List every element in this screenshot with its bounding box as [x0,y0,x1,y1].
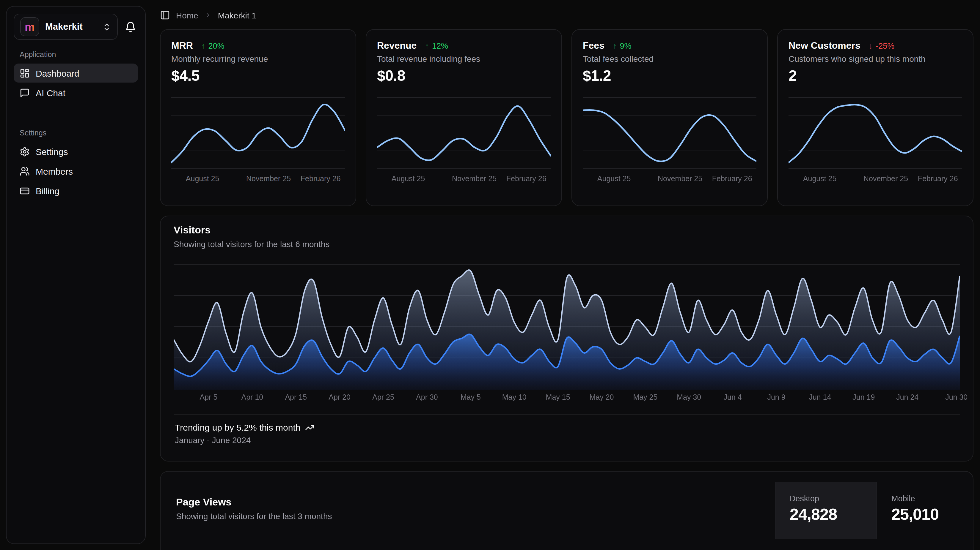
visitors-title: Visitors [173,225,960,236]
stat-description: Customers who signed up this month [789,54,962,63]
customers-sparkline-chart [789,97,962,169]
org-switcher[interactable]: m Makerkit [14,14,118,40]
stat-card-mrr: MRR ↑ 20% Monthly recurring revenue $4.5… [160,29,356,206]
axis-label: February 26 [918,174,958,183]
message-square-icon [20,87,30,98]
sidebar-item-label: Members [36,166,73,176]
toggle-label: Mobile [891,494,972,503]
axis-label: May 15 [546,393,570,401]
axis-label: Jun 24 [896,393,918,401]
axis-label: February 26 [506,174,546,183]
axis-label: November 25 [864,174,908,183]
sidebar-item-label: Dashboard [36,68,80,78]
axis-label: May 25 [633,393,657,401]
dashboard-grid-icon [20,68,30,78]
users-icon [20,166,30,176]
axis-label: May 20 [590,393,614,401]
visitors-area-chart [173,264,960,390]
chevron-right-icon [204,11,212,19]
visitors-trend-text: Trending up by 5.2% this month [175,422,300,433]
stat-card-new-customers: New Customers ↓ -25% Customers who signe… [777,29,974,206]
stat-value: $1.2 [583,67,756,84]
toggle-mobile[interactable]: Mobile 25,010 [877,482,972,539]
axis-label: Apr 5 [200,393,218,401]
trend-badge-value: -25% [876,41,894,51]
breadcrumb-home-link[interactable]: Home [176,10,198,20]
stats-row: MRR ↑ 20% Monthly recurring revenue $4.5… [160,29,974,206]
sidebar-section-settings: Settings [14,129,138,137]
axis-label: November 25 [658,174,702,183]
trend-up-arrow-icon: ↑ [613,41,617,51]
axis-label: February 26 [712,174,752,183]
stat-description: Total revenue including fees [377,54,550,63]
gear-icon [20,146,30,157]
sidebar-item-members[interactable]: Members [14,162,138,181]
breadcrumb-current: Makerkit 1 [218,10,256,20]
notifications-button[interactable] [123,19,138,35]
trend-up-arrow-icon: ↑ [425,41,429,51]
sidebar-item-settings[interactable]: Settings [14,142,138,161]
visitors-subtitle: Showing total visitors for the last 6 mo… [173,239,960,249]
axis-label: November 25 [246,174,291,183]
trend-down-arrow-icon: ↓ [869,41,873,51]
axis-label: November 25 [452,174,496,183]
toggle-label: Desktop [790,494,877,503]
toggle-desktop[interactable]: Desktop 24,828 [775,482,877,539]
customers-axis-labels: August 25November 25February 26 [789,174,962,185]
trend-badge: ↓ -25% [869,41,895,51]
sidebar-item-billing[interactable]: Billing [14,181,138,200]
stat-title: New Customers [789,40,861,51]
axis-label: August 25 [391,174,425,183]
stat-head: New Customers ↓ -25% [789,40,962,51]
mrr-sparkline-chart [171,97,345,169]
stat-value: $0.8 [377,67,550,84]
visitors-card: Visitors Showing total visitors for the … [160,216,974,461]
visitors-trend-line: Trending up by 5.2% this month [175,422,959,433]
axis-label: August 25 [186,174,220,183]
stat-description: Monthly recurring revenue [171,54,345,63]
dashboard-page: m Makerkit Application Dashboard [0,0,980,550]
org-name: Makerkit [45,21,83,32]
stat-value: 2 [789,67,962,84]
sidebar: m Makerkit Application Dashboard [6,6,146,544]
stat-head: Revenue ↑ 12% [377,40,550,51]
page-views-toggles: Desktop 24,828 Mobile 25,010 [775,482,972,539]
breadcrumb: Home Makerkit 1 [146,0,980,20]
fees-sparkline-chart [583,97,756,169]
stat-title: Revenue [377,40,417,51]
stat-value: $4.5 [171,67,345,84]
stat-title: Fees [583,40,605,51]
axis-label: May 10 [502,393,527,401]
page-views-card: Page Views Showing total visitors for th… [160,471,974,550]
revenue-sparkline-chart [377,97,550,169]
sidebar-item-dashboard[interactable]: Dashboard [14,63,138,82]
visitors-footer: Trending up by 5.2% this month January -… [173,414,960,445]
sidebar-gap [14,103,138,118]
sidebar-header: m Makerkit [14,14,138,40]
visitors-period: January - June 2024 [175,435,959,445]
trend-badge: ↑ 9% [613,41,632,51]
sidebar-item-label: AI Chat [36,87,65,98]
sidebar-toggle-button[interactable] [160,10,170,20]
axis-label: Apr 20 [329,393,350,401]
axis-label: Jun 30 [945,393,967,401]
credit-card-icon [20,185,30,196]
stat-head: Fees ↑ 9% [583,40,756,51]
stat-head: MRR ↑ 20% [171,40,345,51]
axis-label: Apr 30 [416,393,438,401]
trend-badge-value: 20% [208,41,224,51]
stat-card-revenue: Revenue ↑ 12% Total revenue including fe… [366,29,562,206]
axis-label: Apr 10 [242,393,263,401]
sidebar-item-label: Billing [36,185,59,196]
sidebar-item-ai-chat[interactable]: AI Chat [14,83,138,102]
axis-label: May 5 [461,393,481,401]
toggle-value: 25,010 [891,506,972,524]
trend-badge: ↑ 12% [425,41,448,51]
mrr-axis-labels: August 25November 25February 26 [171,174,345,185]
trend-badge-value: 12% [432,41,448,51]
axis-label: August 25 [803,174,837,183]
sidebar-section-application: Application [14,51,138,59]
revenue-axis-labels: August 25November 25February 26 [377,174,550,185]
fees-axis-labels: August 25November 25February 26 [583,174,756,185]
axis-label: Jun 4 [724,393,742,401]
